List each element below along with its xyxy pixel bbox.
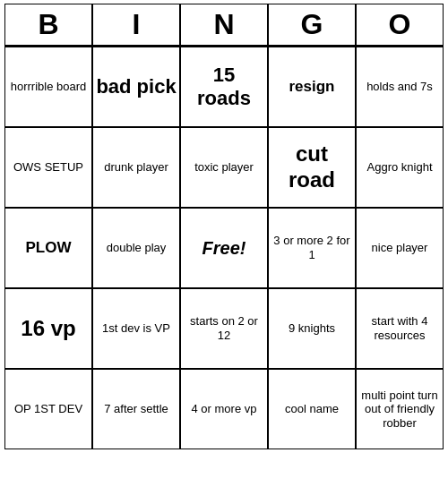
cell-r3-c0[interactable]: 16 vp xyxy=(4,288,92,369)
cell-r1-c2[interactable]: toxic player xyxy=(180,127,268,208)
header-letter-O: O xyxy=(356,4,444,47)
cell-r1-c1[interactable]: drunk player xyxy=(92,127,180,208)
cell-r3-c1[interactable]: 1st dev is VP xyxy=(92,288,180,369)
cell-r4-c3[interactable]: cool name xyxy=(268,369,356,449)
cell-r2-c4[interactable]: nice player xyxy=(356,208,444,288)
cell-r0-c0[interactable]: horrrible board xyxy=(4,47,92,127)
bingo-grid: horrrible boardbad pick15 roadsresignhol… xyxy=(4,47,444,449)
cell-r1-c3[interactable]: cut road xyxy=(268,127,356,208)
cell-r2-c2[interactable]: Free! xyxy=(180,208,268,288)
cell-r2-c3[interactable]: 3 or more 2 for 1 xyxy=(268,208,356,288)
cell-r4-c4[interactable]: multi point turn out of friendly robber xyxy=(356,369,444,449)
cell-r3-c2[interactable]: starts on 2 or 12 xyxy=(180,288,268,369)
cell-r2-c0[interactable]: PLOW xyxy=(4,208,92,288)
cell-r4-c0[interactable]: OP 1ST DEV xyxy=(4,369,92,449)
cell-r0-c4[interactable]: holds and 7s xyxy=(356,47,444,127)
cell-r0-c3[interactable]: resign xyxy=(268,47,356,127)
cell-r1-c0[interactable]: OWS SETUP xyxy=(4,127,92,208)
cell-r3-c4[interactable]: start with 4 resources xyxy=(356,288,444,369)
header-letter-N: N xyxy=(180,4,268,47)
header-letter-I: I xyxy=(92,4,180,47)
cell-r0-c2[interactable]: 15 roads xyxy=(180,47,268,127)
header-letter-G: G xyxy=(268,4,356,47)
header-letter-B: B xyxy=(4,4,92,47)
cell-r4-c2[interactable]: 4 or more vp xyxy=(180,369,268,449)
bingo-header: BINGO xyxy=(4,4,444,47)
cell-r4-c1[interactable]: 7 after settle xyxy=(92,369,180,449)
cell-r1-c4[interactable]: Aggro knight xyxy=(356,127,444,208)
cell-r0-c1[interactable]: bad pick xyxy=(92,47,180,127)
cell-r3-c3[interactable]: 9 knights xyxy=(268,288,356,369)
cell-r2-c1[interactable]: double play xyxy=(92,208,180,288)
bingo-card: BINGO horrrible boardbad pick15 roadsres… xyxy=(4,4,444,449)
